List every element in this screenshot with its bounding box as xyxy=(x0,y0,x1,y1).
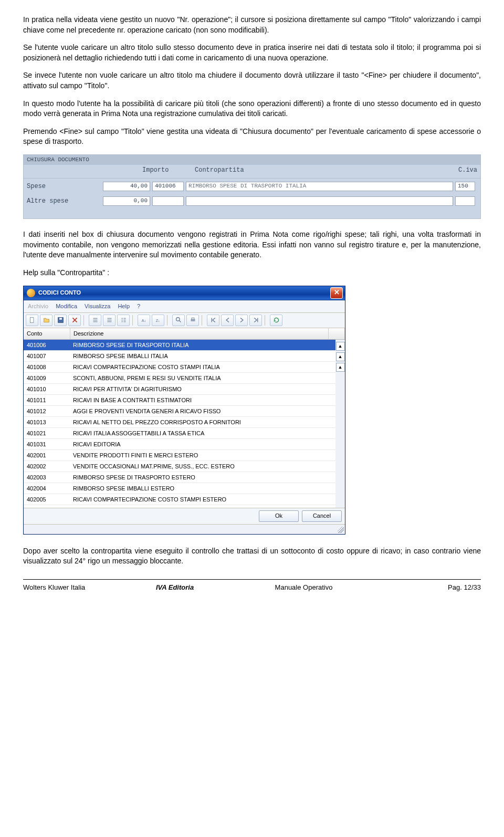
cell-conto: 402001 xyxy=(24,452,70,459)
cell-descrizione: AGGI E PROVENTI VENDITA GENERI A RICAVO … xyxy=(70,407,335,415)
app-icon xyxy=(27,289,35,297)
paragraph: In pratica nella videata viene gestito u… xyxy=(23,15,481,35)
cell-conto: 402004 xyxy=(24,485,70,493)
scroll-step-icon[interactable]: ▲ xyxy=(336,363,345,372)
importo-input[interactable]: 40,00 xyxy=(103,182,150,191)
menubar: Archivio Modifica Visualizza Help ? xyxy=(24,300,345,313)
conto-input[interactable] xyxy=(152,196,184,206)
table-row[interactable]: 401021RICAVI ITALIA ASSOGGETTABILI A TAS… xyxy=(24,428,335,439)
table-row[interactable]: 402002VENDITE OCCASIONALI MAT.PRIME, SUS… xyxy=(24,461,335,472)
menu-modifica[interactable]: Modifica xyxy=(56,302,77,310)
cell-descrizione: RICAVI PER ATTIVITA' DI AGRITURISMO xyxy=(70,385,335,393)
cell-conto: 401021 xyxy=(24,430,70,437)
cell-descrizione: RIMBORSO SPESE DI TRASPORTO ESTERO xyxy=(70,474,335,482)
paragraph: Premendo <Fine> sul campo "Titolo" viene… xyxy=(23,127,481,147)
cell-descrizione: VENDITE OCCASIONALI MAT.PRIME, SUSS., EC… xyxy=(70,463,335,470)
paragraph: In questo modo l'utente ha la possibilit… xyxy=(23,99,481,119)
table-row[interactable]: 402003RIMBORSO SPESE DI TRASPORTO ESTERO xyxy=(24,472,335,483)
cell-descrizione: RICAVI ITALIA ASSOGGETTABILI A TASSA ETI… xyxy=(70,430,335,437)
table-row[interactable]: 401008RICAVI COMPARTECIPAZIONE COSTO STA… xyxy=(24,362,335,373)
civa-input[interactable] xyxy=(455,196,475,206)
ok-button[interactable]: Ok xyxy=(259,510,299,521)
cell-descrizione: SCONTI, ABBUONI, PREMI E RESI SU VENDITE… xyxy=(70,374,335,382)
cell-conto: 401006 xyxy=(24,341,70,349)
delete-icon[interactable] xyxy=(68,315,81,326)
list3-icon[interactable] xyxy=(117,315,130,326)
window-title: CODICI CONTO xyxy=(38,289,81,297)
table-row[interactable]: 401013RICAVI AL NETTO DEL PREZZO CORRISP… xyxy=(24,417,335,428)
label-civa: C.iva xyxy=(451,166,477,175)
cell-descrizione: VENDITE PRODOTTI FINITI E MERCI ESTERO xyxy=(70,452,335,459)
cell-conto: 402002 xyxy=(24,463,70,470)
menu-question[interactable]: ? xyxy=(137,302,140,310)
menu-archivio[interactable]: Archivio xyxy=(28,302,48,310)
resize-grip-icon[interactable] xyxy=(338,527,344,533)
desc-input[interactable]: RIMBORSO SPESE DI TRASPORTO ITALIA xyxy=(186,182,453,191)
chiusura-title: CHIUSURA DOCUMENTO xyxy=(24,155,480,165)
open-icon[interactable] xyxy=(40,315,52,326)
last-icon[interactable] xyxy=(249,315,262,326)
table-row[interactable]: 401010RICAVI PER ATTIVITA' DI AGRITURISM… xyxy=(24,384,335,395)
save-icon[interactable] xyxy=(54,315,67,326)
refresh-icon[interactable] xyxy=(270,315,282,326)
cell-descrizione: RIMBORSO SPESE IMBALLI ITALIA xyxy=(70,352,335,360)
cell-conto: 402003 xyxy=(24,474,70,482)
table-row[interactable]: 401031RICAVI EDITORIA xyxy=(24,439,335,450)
table-row[interactable]: 401012AGGI E PROVENTI VENDITA GENERI A R… xyxy=(24,406,335,417)
print-icon[interactable] xyxy=(186,315,199,326)
table-row[interactable]: 401011RICAVI IN BASE A CONTRATTI ESTIMAT… xyxy=(24,395,335,406)
list2-icon[interactable] xyxy=(103,315,116,326)
table-row[interactable]: 402005RICAVI COMPARTECIPAZIONE COSTO STA… xyxy=(24,494,335,505)
cell-conto: 401011 xyxy=(24,396,70,404)
cell-descrizione: RICAVI COMPARTECIPAZIONE COSTO STAMPI ES… xyxy=(70,496,335,504)
cell-conto: 401010 xyxy=(24,385,70,393)
row-label: Spese xyxy=(27,182,103,191)
importo-input[interactable]: 0,00 xyxy=(103,196,150,206)
chiusura-documento-panel: CHIUSURA DOCUMENTO Importo Contropartita… xyxy=(23,154,481,219)
svg-text:A↓: A↓ xyxy=(141,318,146,323)
cell-conto: 401009 xyxy=(24,374,70,382)
table-row[interactable]: 401007RIMBORSO SPESE IMBALLI ITALIA xyxy=(24,351,335,362)
find-icon[interactable] xyxy=(172,315,185,326)
paragraph: I dati inseriti nel box di chiusura docu… xyxy=(23,229,481,260)
svg-text:Z↓: Z↓ xyxy=(155,318,160,323)
grid-body[interactable]: 401006RIMBORSO SPESE DI TRASPORTO ITALIA… xyxy=(24,340,335,508)
column-descrizione[interactable]: Descrizione xyxy=(70,328,329,339)
toolbar: A↓ Z↓ xyxy=(24,313,345,328)
menu-visualizza[interactable]: Visualizza xyxy=(85,302,110,310)
cell-conto: 401013 xyxy=(24,418,70,426)
grid-header: Conto Descrizione xyxy=(24,328,345,340)
list1-icon[interactable] xyxy=(89,315,101,326)
conto-input[interactable]: 401006 xyxy=(152,182,184,191)
prev-icon[interactable] xyxy=(221,315,234,326)
cell-descrizione: RICAVI EDITORIA xyxy=(70,441,335,448)
scroll-up-icon[interactable]: ▲ xyxy=(336,352,345,361)
close-button[interactable]: ✕ xyxy=(330,287,343,299)
cell-conto: 401007 xyxy=(24,352,70,360)
table-row[interactable]: 401006RIMBORSO SPESE DI TRASPORTO ITALIA xyxy=(24,340,335,351)
desc-input[interactable] xyxy=(186,196,453,206)
new-icon[interactable] xyxy=(26,315,38,326)
table-row[interactable]: 402001VENDITE PRODOTTI FINITI E MERCI ES… xyxy=(24,450,335,461)
sort-desc-icon[interactable]: Z↓ xyxy=(152,315,164,326)
table-row[interactable]: 402004RIMBORSO SPESE IMBALLI ESTERO xyxy=(24,483,335,494)
scroll-top-icon[interactable]: ▲ xyxy=(336,342,345,351)
titlebar[interactable]: CODICI CONTO ✕ xyxy=(24,286,345,300)
sort-asc-icon[interactable]: A↓ xyxy=(138,315,150,326)
footer-page: Pag. 12/33 xyxy=(412,583,481,592)
first-icon[interactable] xyxy=(207,315,219,326)
menu-help[interactable]: Help xyxy=(118,302,130,310)
cancel-button[interactable]: Cancel xyxy=(302,510,342,521)
cell-conto: 401008 xyxy=(24,363,70,371)
codici-conto-window: CODICI CONTO ✕ Archivio Modifica Visuali… xyxy=(23,286,345,535)
label-importo: Importo xyxy=(142,166,195,175)
column-conto[interactable]: Conto xyxy=(24,328,70,339)
chiusura-row: Altre spese 0,00 xyxy=(24,195,480,207)
footer-manual: Manuale Operativo xyxy=(275,583,413,592)
civa-input[interactable]: 150 xyxy=(455,182,475,191)
scrollbar[interactable]: ▲ ▲ ▲ xyxy=(335,340,345,508)
next-icon[interactable] xyxy=(235,315,248,326)
svg-point-5 xyxy=(176,318,180,321)
table-row[interactable]: 401009SCONTI, ABBUONI, PREMI E RESI SU V… xyxy=(24,373,335,384)
svg-rect-2 xyxy=(59,318,62,320)
